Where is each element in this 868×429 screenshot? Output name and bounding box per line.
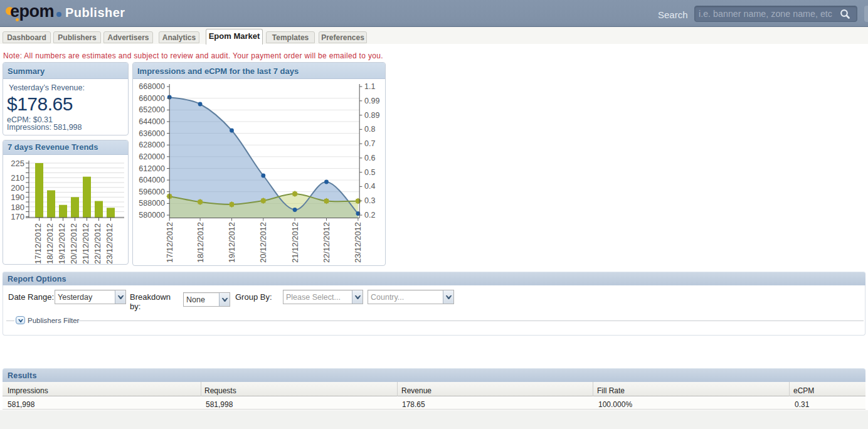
svg-text:17/12/2012: 17/12/2012 [33,223,43,264]
svg-text:580000: 580000 [139,211,165,220]
svg-text:660000: 660000 [139,94,165,103]
svg-text:644000: 644000 [139,117,165,126]
svg-text:628000: 628000 [139,140,165,149]
svg-text:22/12/2012: 22/12/2012 [322,222,331,263]
svg-text:20/12/2012: 20/12/2012 [69,223,78,264]
svg-text:210: 210 [11,173,24,183]
svg-text:20/12/2012: 20/12/2012 [258,222,268,263]
svg-text:620000: 620000 [139,152,165,161]
svg-text:190: 190 [11,193,24,202]
svg-text:588000: 588000 [139,199,165,208]
svg-text:0.89: 0.89 [364,111,379,120]
svg-text:21/12/2012: 21/12/2012 [290,222,300,263]
svg-text:17/12/2012: 17/12/2012 [165,222,174,263]
svg-text:652000: 652000 [139,105,165,114]
svg-text:22/12/2012: 22/12/2012 [93,223,102,264]
svg-text:23/12/2012: 23/12/2012 [105,223,114,264]
svg-text:18/12/2012: 18/12/2012 [45,223,55,264]
svg-text:21/12/2012: 21/12/2012 [81,223,90,264]
svg-text:23/12/2012: 23/12/2012 [353,222,363,263]
svg-text:0.5: 0.5 [364,168,375,177]
svg-text:180: 180 [11,203,24,212]
svg-text:0.4: 0.4 [364,182,375,191]
svg-text:0.8: 0.8 [364,125,375,134]
svg-text:668000: 668000 [139,82,165,91]
svg-text:18/12/2012: 18/12/2012 [196,222,205,263]
svg-text:0.7: 0.7 [364,139,375,148]
svg-text:1.1: 1.1 [364,82,375,91]
svg-text:636000: 636000 [139,129,165,138]
svg-text:0.99: 0.99 [364,97,379,105]
svg-text:596000: 596000 [139,188,165,196]
svg-text:0.2: 0.2 [364,211,375,220]
svg-text:612000: 612000 [139,164,165,173]
svg-text:604000: 604000 [139,176,165,184]
svg-text:200: 200 [11,183,24,193]
svg-text:225: 225 [11,159,24,168]
svg-text:19/12/2012: 19/12/2012 [227,222,236,263]
svg-text:0.3: 0.3 [364,196,375,205]
svg-text:0.6: 0.6 [364,154,375,162]
svg-text:170: 170 [11,212,24,221]
svg-text:19/12/2012: 19/12/2012 [57,223,66,264]
